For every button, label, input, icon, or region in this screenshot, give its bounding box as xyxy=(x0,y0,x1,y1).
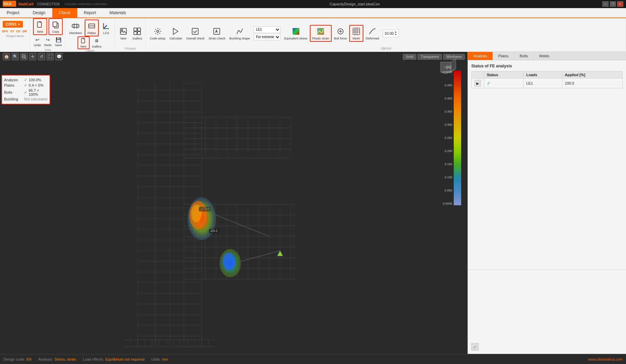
copy-icon xyxy=(51,20,60,29)
strain-check-button[interactable]: Strain check xyxy=(207,26,227,41)
svg-rect-22 xyxy=(134,32,137,35)
statusbar: Design code: EN Analysis: Stress, strain… xyxy=(0,355,626,364)
bolts-check: ✓ xyxy=(24,90,27,95)
calculate-button[interactable]: Calculate xyxy=(168,26,184,41)
labels-gallery-button[interactable]: 🖼 Gallery xyxy=(91,37,103,49)
units-key: Units: xyxy=(151,357,161,361)
main-area: 🏠 🔍 ✛ ↺ ⛶ 💬 Solid Transparent Wireframe xyxy=(0,52,626,354)
mesh-button[interactable]: Mesh xyxy=(349,25,363,42)
expand-cell[interactable]: ▶ xyxy=(472,79,484,88)
pictures-new-button[interactable]: New xyxy=(117,26,130,41)
analysis-check: ✓ xyxy=(24,78,27,82)
new-button[interactable]: New xyxy=(33,18,47,35)
loads-cell: LE1 xyxy=(524,79,562,88)
window-title: CapacityDesign_start.ideaCon xyxy=(107,2,602,6)
code-setup-button[interactable]: Code setup xyxy=(148,26,167,41)
undo-button[interactable]: ↩ Undo xyxy=(32,36,42,48)
minimize-button[interactable]: — xyxy=(602,1,608,7)
equiv-stress-button[interactable]: Equivalent stress xyxy=(282,26,309,41)
right-content: Status of FE analysis Status Loads Appli… xyxy=(468,60,626,270)
extreme-select[interactable]: For extreme xyxy=(254,34,280,40)
copy-button[interactable]: Copy xyxy=(49,18,63,35)
plates-button[interactable]: Plates xyxy=(85,20,99,36)
tab-project[interactable]: Project xyxy=(0,8,26,18)
letter-eps[interactable]: EPS xyxy=(2,30,8,33)
scale-label-2: 0.400 xyxy=(445,97,452,100)
value-decrement[interactable]: ▼ xyxy=(394,33,397,36)
right-panel: Analysis Plates Bolts Welds Status of FE… xyxy=(468,52,626,354)
lcs-button[interactable]: LCS xyxy=(100,20,113,36)
scale-label-4: 0.300 xyxy=(445,123,452,126)
fit-view-button[interactable]: ✛ xyxy=(29,53,36,60)
fe-col-loads: Loads xyxy=(524,71,562,79)
deformed-button[interactable]: Deformed xyxy=(364,26,381,41)
color-scale: [%] 0.5000 0.450 0.400 0.350 0.300 0.250… xyxy=(434,65,464,344)
expand-lower-btn[interactable]: ⤢ xyxy=(471,343,479,351)
tab-plates[interactable]: Plates xyxy=(493,52,514,60)
fullscreen-button[interactable]: ⛶ xyxy=(47,53,54,60)
solid-mode-button[interactable]: Solid xyxy=(403,54,416,60)
buckling-shape-button[interactable]: Buckling shape xyxy=(228,26,251,41)
plates-check: ✓ xyxy=(24,83,27,88)
overall-check-icon xyxy=(190,27,200,36)
tab-design[interactable]: Design xyxy=(26,8,52,18)
analysis-key: Analysis: xyxy=(38,357,53,361)
home-view-button[interactable]: 🏠 xyxy=(3,53,10,60)
save-button[interactable]: 💾 Save xyxy=(54,36,63,48)
con1-dropdown[interactable]: CON1 ▼ xyxy=(3,21,23,28)
data-label: Data xyxy=(44,48,51,52)
svg-rect-184 xyxy=(454,70,461,205)
design-code-key: Design code: xyxy=(3,357,25,361)
svg-rect-23 xyxy=(138,32,141,35)
tab-materials[interactable]: Materials xyxy=(103,8,133,18)
zoom-in-button[interactable]: 🔍 xyxy=(11,53,19,60)
scale-label-10: 0.0000 xyxy=(443,202,452,205)
view-left-controls: 🏠 🔍 ✛ ↺ ⛶ 💬 xyxy=(3,53,63,60)
strain-check-icon xyxy=(212,27,221,36)
titlebar-left: IDEA StatiCa® CONNECTION Calculate yeste… xyxy=(3,1,107,8)
tab-welds[interactable]: Welds xyxy=(534,52,555,60)
right-panel-lower: ⤢ xyxy=(468,270,626,354)
buckling-shape-icon xyxy=(235,27,244,36)
labels-new-button[interactable]: New xyxy=(78,36,90,49)
website-link[interactable]: www.ideastatica.com xyxy=(588,357,623,361)
scale-label-9: 0.050 xyxy=(445,189,452,192)
letter-dr[interactable]: DR xyxy=(23,30,27,33)
letter-cd[interactable]: CD xyxy=(16,30,21,33)
close-button[interactable]: ✕ xyxy=(617,1,623,7)
tab-check[interactable]: Check xyxy=(52,8,77,18)
letter-st[interactable]: ST xyxy=(10,30,14,33)
redo-icon: ↪ xyxy=(44,36,51,43)
app-logo: IDEA xyxy=(3,1,16,8)
titlebar-controls: — ❐ ✕ xyxy=(602,1,623,7)
pictures-gallery-button[interactable]: Gallery xyxy=(131,26,144,41)
design-code-val: EN xyxy=(26,357,31,361)
scale-label-6: 0.200 xyxy=(445,149,452,153)
svg-rect-15 xyxy=(81,38,85,43)
settings-view-button[interactable]: 💬 xyxy=(55,53,63,60)
overall-check-button[interactable]: Overall check xyxy=(184,26,206,41)
svg-rect-2 xyxy=(37,22,41,27)
con1-sub-letters: EPS ST CD DR xyxy=(2,30,28,33)
tab-bolts[interactable]: Bolts xyxy=(514,52,534,60)
tab-analysis[interactable]: Analysis xyxy=(468,52,493,60)
zoom-out-button[interactable] xyxy=(20,53,28,60)
le1-select[interactable]: LE1 xyxy=(254,26,280,33)
con1-arrow: ▼ xyxy=(18,23,20,26)
expand-button[interactable]: ▶ xyxy=(474,80,481,87)
viewport[interactable]: 🏠 🔍 ✛ ↺ ⛶ 💬 Solid Transparent Wireframe xyxy=(0,52,468,354)
fe-col-applied: Applied [%] xyxy=(562,71,622,79)
status-panel: Analysis ✓ 100.0% Plates ✓ 0.4 < 5% Bolt… xyxy=(1,75,50,104)
members-button[interactable]: Members xyxy=(68,20,84,36)
status-cell: ✓ xyxy=(484,79,524,88)
plastic-strain-button[interactable]: Plastic strain xyxy=(310,25,332,42)
redo-button[interactable]: ↪ Redo xyxy=(43,36,53,48)
buckling-label: Buckling xyxy=(4,97,23,101)
buckling-value: Not calculated xyxy=(24,97,48,101)
bolt-force-button[interactable]: Bolt force xyxy=(332,26,349,41)
bolts-status-row: Bolts ✓ 66.7 < 100% xyxy=(4,88,48,96)
maximize-button[interactable]: ❐ xyxy=(610,1,616,7)
equiv-stress-icon xyxy=(291,27,301,36)
tab-report[interactable]: Report xyxy=(77,8,103,18)
rotate-view-button[interactable]: ↺ xyxy=(38,53,45,60)
